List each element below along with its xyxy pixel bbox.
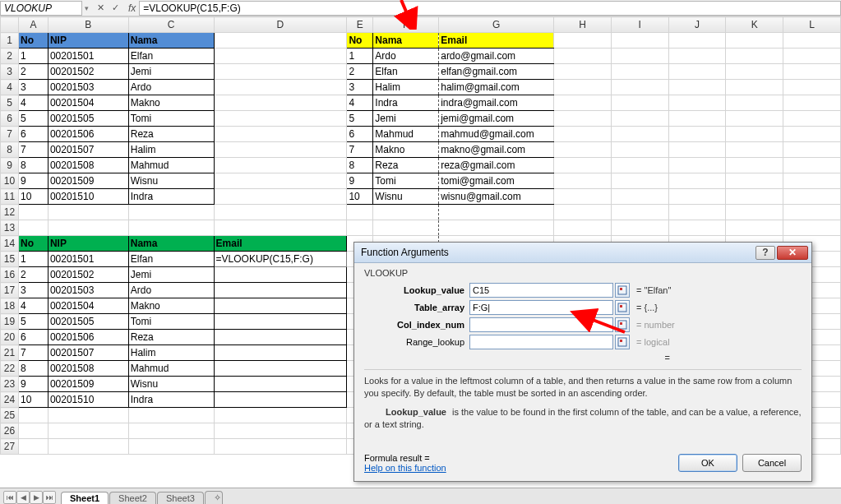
cell-A11[interactable]: 10 xyxy=(18,189,48,205)
cell-I2[interactable] xyxy=(611,49,668,64)
col-header-K[interactable]: K xyxy=(726,17,783,33)
cell-C2[interactable]: Elfan xyxy=(128,49,214,64)
cell-E1[interactable]: No xyxy=(347,33,373,49)
cell-K2[interactable] xyxy=(726,49,783,64)
insert-function-icon[interactable]: fx xyxy=(128,2,136,14)
cell-B18[interactable]: 00201504 xyxy=(48,298,128,314)
cell-H2[interactable] xyxy=(554,49,612,64)
cell-G6[interactable]: jemi@gmail.com xyxy=(439,111,554,127)
cell-A9[interactable]: 8 xyxy=(18,158,48,173)
cell-F13[interactable] xyxy=(373,220,439,236)
col-header-H[interactable]: H xyxy=(554,17,612,33)
row-header-11[interactable]: 11 xyxy=(1,189,19,205)
cell-A4[interactable]: 3 xyxy=(18,80,48,95)
cell-D20[interactable] xyxy=(214,330,347,345)
cell-F6[interactable]: Jemi xyxy=(373,111,439,127)
cell-C13[interactable] xyxy=(128,220,214,236)
cell-B3[interactable]: 00201502 xyxy=(48,64,128,80)
row-header-1[interactable]: 1 xyxy=(1,33,19,49)
cell-B27[interactable] xyxy=(48,439,128,455)
row-header-24[interactable]: 24 xyxy=(1,392,19,408)
row-header-16[interactable]: 16 xyxy=(1,267,19,283)
cell-K3[interactable] xyxy=(726,64,783,80)
cell-G2[interactable]: ardo@gmail.com xyxy=(439,49,554,64)
sheet-tab-sheet3[interactable]: Sheet3 xyxy=(157,492,204,504)
row-header-13[interactable]: 13 xyxy=(1,220,19,236)
tab-nav-first[interactable]: ⏮ xyxy=(3,491,16,504)
cell-A17[interactable]: 3 xyxy=(18,283,48,298)
cell-F4[interactable]: Halim xyxy=(373,80,439,95)
formula-bar[interactable]: =VLOOKUP(C15,F:G) xyxy=(139,1,841,16)
cell-A24[interactable]: 10 xyxy=(18,392,48,408)
cell-C11[interactable]: Indra xyxy=(128,189,214,205)
cell-A3[interactable]: 2 xyxy=(18,64,48,80)
row-header-18[interactable]: 18 xyxy=(1,298,19,314)
cell-B20[interactable]: 00201506 xyxy=(48,330,128,345)
cell-J3[interactable] xyxy=(668,64,726,80)
cell-C19[interactable]: Tomi xyxy=(128,314,214,330)
cell-A14[interactable]: No xyxy=(18,236,48,252)
cell-C9[interactable]: Mahmud xyxy=(128,158,214,173)
cell-E6[interactable]: 5 xyxy=(347,111,373,127)
cell-B4[interactable]: 00201503 xyxy=(48,80,128,95)
cell-L10[interactable] xyxy=(783,173,841,189)
cell-F11[interactable]: Wisnu xyxy=(373,189,439,205)
cell-D26[interactable] xyxy=(214,423,347,439)
col-header-C[interactable]: C xyxy=(128,17,214,33)
cell-B2[interactable]: 00201501 xyxy=(48,49,128,64)
cell-G5[interactable]: indra@gmail.com xyxy=(439,95,554,111)
row-header-4[interactable]: 4 xyxy=(1,80,19,95)
cell-A7[interactable]: 6 xyxy=(18,127,48,142)
cell-D7[interactable] xyxy=(214,127,347,142)
tab-nav-next[interactable]: ▶ xyxy=(30,491,43,504)
cell-K9[interactable] xyxy=(726,158,783,173)
row-header-26[interactable]: 26 xyxy=(1,423,19,439)
cell-L3[interactable] xyxy=(783,64,841,80)
cell-L2[interactable] xyxy=(783,49,841,64)
cell-C3[interactable]: Jemi xyxy=(128,64,214,80)
arg-input-lookup_value[interactable]: C15 xyxy=(469,283,613,298)
cell-I12[interactable] xyxy=(611,205,668,220)
cell-D27[interactable] xyxy=(214,439,347,455)
cell-B9[interactable]: 00201508 xyxy=(48,158,128,173)
range-picker-table_array[interactable] xyxy=(615,300,630,315)
cell-A1[interactable]: No xyxy=(18,33,48,49)
cell-A12[interactable] xyxy=(18,205,48,220)
cell-A2[interactable]: 1 xyxy=(18,49,48,64)
cell-K6[interactable] xyxy=(726,111,783,127)
cell-C14[interactable]: Nama xyxy=(128,236,214,252)
cell-C15[interactable]: Elfan xyxy=(128,252,214,267)
cell-I4[interactable] xyxy=(611,80,668,95)
cell-D14[interactable]: Email xyxy=(214,236,347,252)
cell-I11[interactable] xyxy=(611,189,668,205)
cell-F8[interactable]: Makno xyxy=(373,142,439,158)
cell-B21[interactable]: 00201507 xyxy=(48,345,128,361)
cell-K7[interactable] xyxy=(726,127,783,142)
cell-E5[interactable]: 4 xyxy=(347,95,373,111)
cell-A26[interactable] xyxy=(18,423,48,439)
cell-D21[interactable] xyxy=(214,345,347,361)
arg-input-col_index_num[interactable] xyxy=(469,317,613,332)
cell-A23[interactable]: 9 xyxy=(18,377,48,392)
cell-C21[interactable]: Halim xyxy=(128,345,214,361)
cell-K4[interactable] xyxy=(726,80,783,95)
range-picker-col_index_num[interactable] xyxy=(615,317,630,332)
ok-button[interactable]: OK xyxy=(678,454,737,472)
cell-L12[interactable] xyxy=(783,205,841,220)
sheet-tab-sheet1[interactable]: Sheet1 xyxy=(61,492,109,504)
enter-formula-icon[interactable]: ✓ xyxy=(109,2,122,15)
cell-L9[interactable] xyxy=(783,158,841,173)
cell-H1[interactable] xyxy=(554,33,612,49)
cell-B13[interactable] xyxy=(48,220,128,236)
cell-G13[interactable] xyxy=(439,220,554,236)
cell-C7[interactable]: Reza xyxy=(128,127,214,142)
cell-C16[interactable]: Jemi xyxy=(128,267,214,283)
cell-J12[interactable] xyxy=(668,205,726,220)
cell-J1[interactable] xyxy=(668,33,726,49)
cell-A25[interactable] xyxy=(18,408,48,423)
cell-D13[interactable] xyxy=(214,220,347,236)
name-box[interactable]: VLOOKUP xyxy=(0,1,82,16)
col-header-E[interactable]: E xyxy=(347,17,373,33)
cell-D8[interactable] xyxy=(214,142,347,158)
cell-E8[interactable]: 7 xyxy=(347,142,373,158)
